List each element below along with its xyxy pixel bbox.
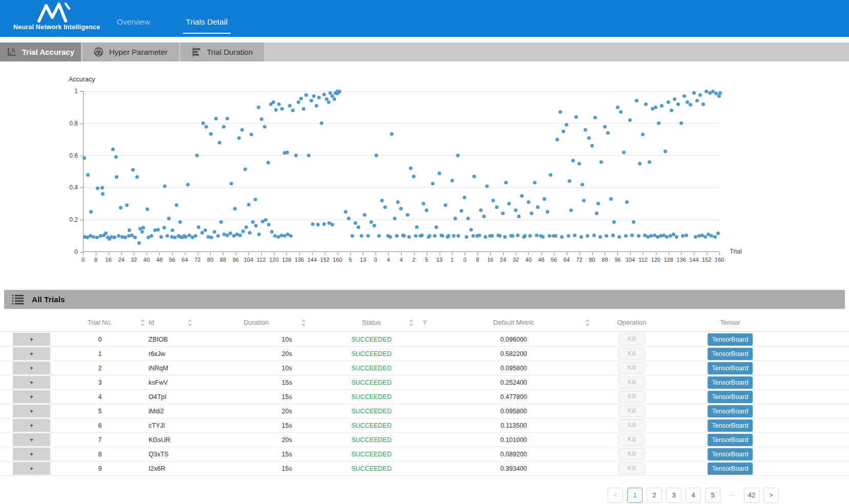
x-axis-tick-mark bbox=[299, 253, 300, 255]
expand-row-button[interactable]: + bbox=[13, 405, 50, 417]
x-axis-tick-mark bbox=[541, 253, 542, 255]
tab-hyper-parameter[interactable]: Hyper Parameter bbox=[82, 43, 179, 61]
expand-row-button[interactable]: + bbox=[13, 390, 50, 403]
x-axis-tick-mark bbox=[236, 253, 236, 255]
expand-row-button[interactable]: + bbox=[13, 448, 50, 460]
filter-icon[interactable] bbox=[422, 320, 428, 326]
scatter-point bbox=[522, 235, 526, 239]
x-axis-tick-label: 32 bbox=[512, 257, 519, 263]
x-axis-tick-label: 56 bbox=[169, 257, 175, 263]
scatter-point bbox=[549, 173, 552, 177]
cell-trial-id: r6xJw bbox=[149, 347, 205, 361]
pagination-prev-button[interactable]: < bbox=[608, 488, 623, 503]
x-axis-tick-mark bbox=[376, 253, 376, 255]
x-axis-tick-mark bbox=[478, 253, 478, 255]
x-axis-tick-mark bbox=[656, 253, 656, 255]
kill-button[interactable]: Kill bbox=[618, 463, 645, 474]
tensorboard-button[interactable]: TensorBoard bbox=[708, 376, 753, 389]
kill-button[interactable]: Kill bbox=[618, 405, 645, 417]
scatter-point bbox=[216, 234, 220, 238]
scatter-point bbox=[113, 236, 116, 239]
column-header-default-metric[interactable]: Default Metric bbox=[469, 313, 558, 332]
scatter-point bbox=[285, 151, 289, 154]
scatter-point bbox=[466, 217, 470, 220]
sort-icon[interactable] bbox=[188, 319, 192, 326]
scatter-point bbox=[250, 133, 253, 136]
cell-trial-id: Q3xTS bbox=[149, 447, 205, 461]
table-row: +6cTYJI15sSUCCEEDED0.113500KillTensorBoa… bbox=[0, 418, 849, 433]
scatter-point bbox=[304, 93, 308, 97]
sort-icon[interactable] bbox=[409, 319, 413, 326]
sort-icon[interactable] bbox=[301, 319, 306, 326]
scatter-point bbox=[222, 125, 225, 129]
tensorboard-button[interactable]: TensorBoard bbox=[708, 448, 753, 460]
column-header-duration[interactable]: Duration bbox=[215, 313, 297, 332]
cell-trial-no: 8 bbox=[54, 447, 146, 461]
scatter-point bbox=[159, 235, 163, 239]
x-axis-tick-label: 136 bbox=[676, 257, 686, 263]
scatter-point bbox=[194, 234, 197, 238]
sort-icon[interactable] bbox=[585, 319, 590, 326]
scatter-point bbox=[254, 198, 257, 201]
cell-duration: 20s bbox=[215, 433, 292, 447]
scatter-point bbox=[317, 96, 321, 99]
pagination-next-button[interactable]: > bbox=[763, 488, 779, 503]
expand-row-button[interactable]: + bbox=[13, 362, 50, 374]
scatter-point bbox=[579, 235, 583, 239]
pagination-page-5[interactable]: 5 bbox=[705, 488, 720, 503]
cell-duration: 15s bbox=[215, 375, 292, 390]
scatter-point bbox=[315, 104, 318, 108]
tab-label: Hyper Parameter bbox=[109, 48, 168, 56]
pagination-page-1[interactable]: 1 bbox=[627, 488, 643, 503]
column-header-trial-no[interactable]: Trial No. bbox=[54, 313, 146, 332]
kill-button[interactable]: Kill bbox=[618, 362, 645, 374]
column-header-status[interactable]: Status bbox=[333, 313, 410, 332]
tab-trial-accuracy[interactable]: Trial Accuracy bbox=[0, 43, 81, 61]
tab-trial-duration[interactable]: Trial Duration bbox=[180, 43, 264, 61]
sort-icon[interactable] bbox=[140, 319, 145, 326]
tensorboard-button[interactable]: TensorBoard bbox=[708, 348, 753, 360]
kill-button[interactable]: Kill bbox=[618, 333, 645, 345]
scatter-point bbox=[465, 235, 468, 239]
tensorboard-button[interactable]: TensorBoard bbox=[708, 463, 753, 475]
scatter-point bbox=[569, 208, 573, 212]
expand-row-button[interactable]: + bbox=[13, 419, 50, 432]
tensorboard-button[interactable]: TensorBoard bbox=[708, 362, 753, 374]
pagination-page-3[interactable]: 3 bbox=[666, 488, 681, 503]
tensorboard-button[interactable]: TensorBoard bbox=[708, 434, 753, 446]
scatter-point bbox=[360, 234, 363, 238]
scatter-point bbox=[453, 217, 457, 220]
scatter-point bbox=[369, 220, 373, 224]
scatter-point bbox=[632, 220, 635, 224]
tensorboard-button[interactable]: TensorBoard bbox=[708, 391, 753, 403]
kill-button[interactable]: Kill bbox=[618, 448, 645, 460]
kill-button[interactable]: Kill bbox=[618, 434, 645, 446]
pagination-page-2[interactable]: 2 bbox=[647, 488, 662, 503]
expand-row-button[interactable]: + bbox=[13, 333, 50, 346]
scatter-point bbox=[100, 186, 104, 190]
kill-button[interactable]: Kill bbox=[618, 348, 645, 360]
tensorboard-button[interactable]: TensorBoard bbox=[708, 333, 753, 346]
x-axis-tick-label: 64 bbox=[182, 257, 188, 263]
nav-tab-trials-detail[interactable]: Trials Detail bbox=[183, 17, 231, 34]
expand-row-button[interactable]: + bbox=[13, 347, 50, 360]
expand-row-button[interactable]: + bbox=[13, 433, 50, 446]
scatter-point bbox=[619, 110, 623, 114]
pagination-page-42[interactable]: 42 bbox=[744, 488, 759, 503]
nav-tab-overview[interactable]: Overview bbox=[114, 17, 153, 37]
cell-default-metric: 0.095800 bbox=[469, 404, 558, 418]
tensorboard-button[interactable]: TensorBoard bbox=[708, 405, 753, 417]
expand-row-button[interactable]: + bbox=[13, 462, 50, 475]
cell-duration: 15s bbox=[215, 461, 292, 476]
kill-button[interactable]: Kill bbox=[618, 419, 645, 431]
pagination-page-4[interactable]: 4 bbox=[686, 488, 701, 503]
kill-button[interactable]: Kill bbox=[618, 376, 645, 388]
expand-row-button[interactable]: + bbox=[13, 376, 50, 389]
x-axis-tick-label: 48 bbox=[156, 257, 162, 263]
cell-trial-id: iMdi2 bbox=[149, 404, 205, 418]
tensorboard-button[interactable]: TensorBoard bbox=[708, 419, 753, 432]
scatter-point bbox=[689, 103, 692, 107]
x-axis-tick-label: 160 bbox=[333, 257, 342, 263]
x-axis-tick-label: 0 bbox=[374, 257, 377, 263]
kill-button[interactable]: Kill bbox=[618, 391, 645, 403]
